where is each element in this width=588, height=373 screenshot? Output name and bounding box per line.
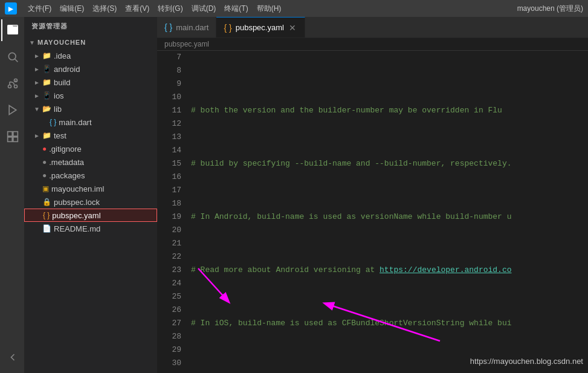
sidebar-item-lib[interactable]: ▼ 📂 lib: [24, 102, 157, 115]
menu-edit[interactable]: 编辑(E): [56, 2, 88, 15]
line-num-15: 15: [164, 157, 181, 170]
tab-main-dart[interactable]: { } main.dart: [157, 17, 216, 37]
sidebar-item-label: lib: [54, 105, 62, 114]
chevron-icon: ►: [34, 53, 41, 59]
svg-point-6: [15, 85, 18, 88]
sidebar-item-label: pubspec.yaml: [52, 211, 100, 220]
sidebar-item-label: build: [54, 78, 70, 87]
menu-debug[interactable]: 调试(D): [188, 2, 220, 15]
folder-icon: 📂: [42, 105, 51, 113]
svg-marker-7: [9, 106, 16, 115]
breadcrumb-text: pubspec.yaml: [164, 40, 209, 48]
file-tree: ▼ MAYOUCHEN ► 📁 .idea ► 📱 android ► 📁 bu…: [24, 36, 157, 373]
line-num-22: 22: [164, 250, 181, 264]
sidebar-header: 资源管理器: [24, 17, 157, 36]
activity-bar: [0, 17, 24, 373]
line-num-16: 16: [164, 170, 181, 184]
line-num-28: 28: [164, 330, 181, 343]
root-label: MAYOUCHEN: [37, 39, 86, 46]
menu-help[interactable]: 帮助(H): [253, 2, 285, 15]
sidebar-item-ios[interactable]: ► 📱 ios: [24, 89, 157, 102]
sidebar-item-readme[interactable]: ► 📄 README.md: [24, 222, 157, 235]
sidebar-item-label: mayouchen.iml: [51, 184, 104, 193]
extensions-activity-icon[interactable]: [1, 126, 23, 148]
titlebar-menu: 文件(F) 编辑(E) 选择(S) 查看(V) 转到(G) 调试(D) 终端(T…: [24, 2, 285, 15]
app-logo: ▶: [5, 2, 17, 15]
tree-root[interactable]: ▼ MAYOUCHEN: [24, 36, 157, 49]
sidebar-item-metadata[interactable]: ► ● .metadata: [24, 155, 157, 169]
chevron-icon: ►: [34, 132, 41, 139]
code-line-10: # Read more about Android versioning at …: [191, 264, 588, 277]
main-layout: 资源管理器 ▼ MAYOUCHEN ► 📁 .idea ► 📱 android: [0, 17, 588, 373]
tab-close-button[interactable]: ✕: [288, 22, 297, 33]
chevron-icon: ►: [34, 66, 41, 73]
line-num-10: 10: [164, 91, 181, 104]
tab-label: main.dart: [176, 23, 208, 32]
line-num-18: 18: [164, 197, 181, 210]
lock-file-icon: 🔒: [42, 198, 51, 206]
watermark: https://mayouchen.blog.csdn.net: [470, 355, 583, 368]
line-num-13: 13: [164, 131, 181, 144]
menu-terminal[interactable]: 终端(T): [221, 2, 251, 15]
chevron-icon: ►: [34, 79, 41, 86]
tabs-bar: { } main.dart { } pubspec.yaml ✕: [157, 17, 588, 38]
menu-file[interactable]: 文件(F): [24, 2, 55, 15]
svg-rect-8: [8, 132, 13, 137]
source-control-activity-icon[interactable]: [1, 73, 23, 94]
yaml-tab-icon: { }: [224, 23, 231, 33]
chevron-icon: ►: [34, 92, 41, 99]
line-num-8: 8: [164, 64, 181, 77]
sidebar-item-main-dart[interactable]: ► { } main.dart: [24, 115, 157, 129]
remote-activity-icon[interactable]: [1, 346, 23, 368]
menu-view[interactable]: 查看(V): [121, 2, 153, 15]
tab-pubspec-yaml[interactable]: { } pubspec.yaml ✕: [216, 17, 305, 37]
titlebar: ▶ 文件(F) 编辑(E) 选择(S) 查看(V) 转到(G) 调试(D) 终端…: [0, 0, 588, 17]
menu-select[interactable]: 选择(S): [89, 2, 120, 15]
chevron-icon: ▼: [29, 39, 36, 46]
sidebar-item-pubspec-yaml[interactable]: ► { } pubspec.yaml: [24, 209, 157, 222]
ios-icon: 📱: [42, 91, 51, 100]
sidebar-item-label: pubspec.lock: [54, 198, 100, 207]
dart-tab-icon: { }: [164, 22, 172, 32]
sidebar-item-label: README.md: [54, 224, 100, 233]
sidebar-item-gitignore[interactable]: ► ● .gitignore: [24, 142, 157, 155]
sidebar-item-label: ios: [54, 91, 64, 100]
sidebar-item-iml[interactable]: ► ▣ mayouchen.iml: [24, 182, 157, 195]
line-num-27: 27: [164, 317, 181, 330]
editor-area: { } main.dart { } pubspec.yaml ✕ pubspec…: [157, 17, 588, 373]
sidebar-item-packages[interactable]: ► ● .packages: [24, 169, 157, 182]
svg-line-3: [15, 59, 18, 62]
sidebar-item-idea[interactable]: ► 📁 .idea: [24, 49, 157, 62]
code-text: # build by specifying --build-name and -…: [191, 157, 512, 170]
menu-goto[interactable]: 转到(G): [154, 2, 186, 15]
md-file-icon: 📄: [42, 224, 51, 233]
sidebar-item-label: main.dart: [59, 118, 91, 127]
line-num-12: 12: [164, 117, 181, 131]
code-content[interactable]: # both the version and the builder-numbe…: [186, 51, 588, 373]
sidebar: 资源管理器 ▼ MAYOUCHEN ► 📁 .idea ► 📱 android: [24, 17, 157, 373]
android-icon: 📱: [42, 65, 51, 73]
sidebar-item-build[interactable]: ► 📁 build: [24, 76, 157, 89]
sidebar-item-android[interactable]: ► 📱 android: [24, 62, 157, 76]
sidebar-item-pubspec-lock[interactable]: ► 🔒 pubspec.lock: [24, 195, 157, 209]
yaml-file-icon: { }: [43, 211, 50, 219]
search-activity-icon[interactable]: [1, 46, 23, 68]
code-line-11: # In iOS, build-name is used as CFBundle…: [191, 317, 588, 330]
sidebar-item-test[interactable]: ► 📁 test: [24, 129, 157, 142]
files-activity-icon[interactable]: [1, 19, 23, 41]
folder-icon: 📁: [42, 131, 51, 140]
code-text: # In iOS, build-name is used as CFBundle…: [191, 317, 512, 330]
svg-rect-10: [8, 137, 13, 142]
line-num-24: 24: [164, 277, 181, 290]
chevron-icon: ▼: [34, 106, 41, 112]
code-text: # Read more about iOS versioning at: [191, 370, 356, 373]
sidebar-item-label: test: [54, 131, 66, 140]
line-num-25: 25: [164, 290, 181, 303]
code-text: # both the version and the builder-numbe…: [191, 104, 502, 117]
code-text: # Read more about Android versioning at: [191, 264, 380, 277]
debug-activity-icon[interactable]: [1, 99, 23, 121]
code-line-7: # both the version and the builder-numbe…: [191, 104, 588, 117]
sidebar-item-label: .packages: [49, 171, 85, 180]
code-editor[interactable]: 7 8 9 10 11 12 13 14 15 16 17 18 19 20 2…: [157, 51, 588, 373]
iml-file-icon: ▣: [42, 184, 49, 193]
